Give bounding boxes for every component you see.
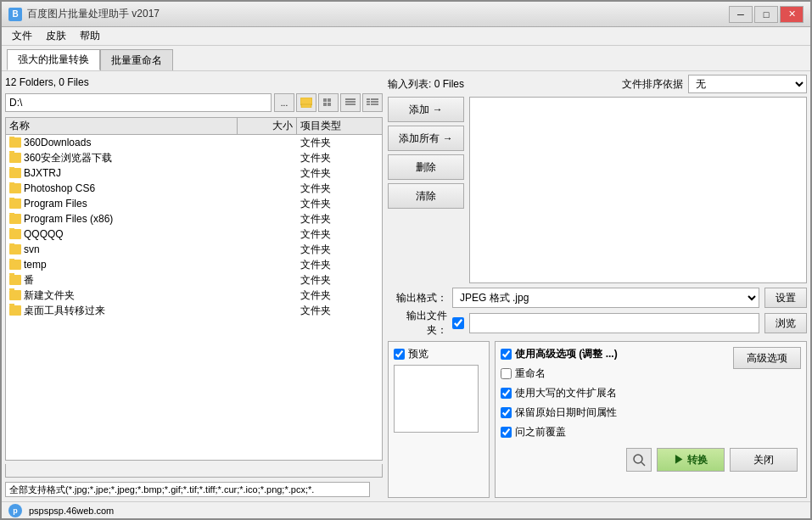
file-row[interactable]: QQQQQ 文件夹: [6, 226, 382, 242]
overwrite-checkbox[interactable]: [501, 427, 512, 438]
column-size[interactable]: 大小: [238, 118, 297, 134]
close-window-button[interactable]: ✕: [780, 6, 804, 23]
output-format-row: 输出格式： JPEG 格式 .jpg PNG 格式 .png BMP 格式 .b…: [388, 287, 807, 309]
search-button[interactable]: [626, 448, 652, 472]
sort-select[interactable]: 无 名称 大小 日期: [688, 75, 807, 93]
maximize-button[interactable]: □: [754, 6, 778, 23]
folder-icon: [9, 305, 21, 316]
svg-rect-7: [345, 101, 356, 103]
keepdate-row: 保留原始日期时间属性: [501, 405, 618, 420]
sort-label: 文件排序依据: [622, 77, 683, 92]
svg-rect-13: [367, 103, 370, 105]
input-list-header: 输入列表: 0 Files 文件排序依据 无 名称 大小 日期: [388, 75, 807, 93]
svg-rect-9: [367, 98, 370, 100]
file-row[interactable]: Photoshop CS6 文件夹: [6, 181, 382, 196]
file-row[interactable]: 360安全浏览器下载 文件夹: [6, 150, 382, 165]
keepdate-checkbox[interactable]: [501, 407, 512, 418]
input-list-box: [469, 97, 807, 283]
content-area: 12 Folders, 0 Files ...: [2, 71, 810, 501]
preview-checkbox[interactable]: [394, 349, 405, 360]
output-folder-checkbox[interactable]: [452, 317, 464, 329]
file-row[interactable]: Program Files 文件夹: [6, 196, 382, 211]
column-name[interactable]: 名称: [6, 118, 238, 134]
delete-button[interactable]: 删除: [388, 154, 464, 180]
file-cell-type: 文件夹: [297, 288, 382, 303]
filter-input[interactable]: [5, 482, 370, 497]
settings-button[interactable]: 设置: [764, 288, 807, 308]
column-type[interactable]: 项目类型: [297, 118, 382, 134]
folder-icon: [9, 260, 21, 270]
output-format-label: 输出格式：: [388, 291, 447, 305]
status-icon: p: [8, 504, 22, 517]
convert-button[interactable]: ▶ 转换: [657, 448, 725, 472]
output-folder-input[interactable]: [469, 313, 759, 333]
use-advanced-checkbox[interactable]: [501, 349, 512, 360]
status-bar: p pspspsp.46web.com: [2, 501, 810, 518]
svg-point-15: [634, 455, 642, 463]
left-panel: 12 Folders, 0 Files ...: [5, 75, 383, 498]
status-text: pspspsp.46web.com: [29, 506, 114, 516]
file-cell-name: QQQQQ: [6, 228, 238, 240]
keepdate-label: 保留原始日期时间属性: [515, 405, 617, 420]
options-header: 使用高级选项 (调整 ...) 重命名 使用大写的文件扩展名: [501, 347, 801, 439]
file-cell-name: BJXTRJ: [6, 167, 238, 179]
file-cell-name: 新建文件夹: [6, 288, 238, 303]
menu-bar: 文件 皮肤 帮助: [2, 27, 810, 46]
file-cell-type: 文件夹: [297, 243, 382, 257]
svg-rect-5: [328, 103, 331, 106]
filter-bar: [5, 481, 383, 498]
menu-file[interactable]: 文件: [5, 27, 39, 45]
file-cell-type: 文件夹: [297, 166, 382, 181]
file-row[interactable]: 番 文件夹: [6, 272, 382, 288]
file-cell-name: 360安全浏览器下载: [6, 151, 238, 165]
file-row[interactable]: 新建文件夹 文件夹: [6, 288, 382, 303]
browse-button[interactable]: 浏览: [764, 313, 807, 333]
file-row[interactable]: BJXTRJ 文件夹: [6, 165, 382, 181]
main-window: B 百度图片批量处理助手 v2017 ─ □ ✕ 文件 皮肤 帮助 强大的批量转…: [0, 0, 812, 520]
rename-checkbox[interactable]: [501, 368, 512, 379]
minimize-button[interactable]: ─: [729, 6, 753, 23]
add-button[interactable]: 添加 →: [388, 97, 464, 122]
browse-folder-button[interactable]: ...: [274, 93, 294, 112]
tab-batch-convert[interactable]: 强大的批量转换: [7, 49, 100, 70]
file-row[interactable]: 桌面工具转移过来 文件夹: [6, 303, 382, 318]
input-list-label: 输入列表: 0 Files: [388, 77, 464, 92]
menu-help[interactable]: 帮助: [73, 27, 107, 45]
file-cell-type: 文件夹: [297, 227, 382, 242]
toolbar-icons: ...: [274, 93, 383, 112]
horizontal-scrollbar[interactable]: [5, 464, 383, 478]
advanced-options-button[interactable]: 高级选项: [733, 347, 801, 369]
file-row[interactable]: temp 文件夹: [6, 257, 382, 272]
action-buttons: 添加 → 添加所有 → 删除 清除: [388, 97, 464, 283]
title-bar: B 百度图片批量处理助手 v2017 ─ □ ✕: [2, 2, 810, 27]
menu-skin[interactable]: 皮肤: [39, 27, 73, 45]
svg-rect-4: [323, 103, 327, 106]
folder-icon: [9, 275, 21, 285]
output-format-select[interactable]: JPEG 格式 .jpg PNG 格式 .png BMP 格式 .bmp: [452, 288, 759, 308]
preview-box: [394, 365, 479, 433]
file-cell-name: temp: [6, 259, 238, 271]
path-bar: ...: [5, 93, 383, 112]
file-row[interactable]: 360Downloads 文件夹: [6, 135, 382, 150]
options-section: 预览 使用高级选项 (调整 ...): [388, 341, 807, 498]
folder-icon: [9, 198, 21, 209]
add-all-button[interactable]: 添加所有 →: [388, 126, 464, 151]
list-view-button[interactable]: [340, 93, 361, 112]
close-button[interactable]: 关闭: [730, 448, 798, 472]
view-toggle-button[interactable]: [318, 93, 339, 112]
file-row[interactable]: svn 文件夹: [6, 242, 382, 257]
go-up-button[interactable]: [296, 93, 316, 112]
uppercase-checkbox[interactable]: [501, 388, 512, 399]
file-row[interactable]: Program Files (x86) 文件夹: [6, 211, 382, 226]
clear-button[interactable]: 清除: [388, 183, 464, 209]
file-cell-name: 360Downloads: [6, 137, 238, 148]
svg-rect-10: [371, 98, 378, 100]
tab-batch-rename[interactable]: 批量重命名: [100, 49, 173, 70]
detail-view-button[interactable]: [362, 93, 383, 112]
preview-section: 预览: [388, 341, 490, 498]
title-bar-left: B 百度图片批量处理助手 v2017: [8, 7, 160, 21]
file-list-header: 名称 大小 项目类型: [6, 118, 382, 135]
folder-icon: [9, 153, 21, 163]
path-input[interactable]: [5, 93, 272, 112]
file-cell-type: 文件夹: [297, 182, 382, 196]
